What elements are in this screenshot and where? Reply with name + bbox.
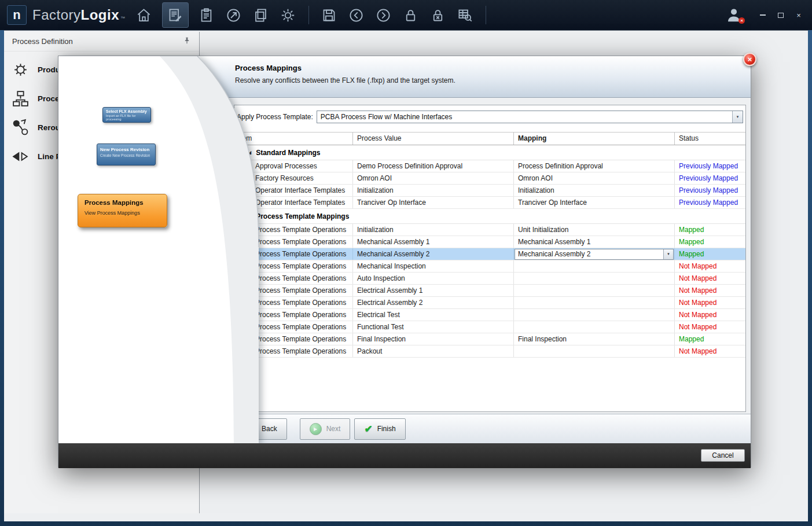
redo-forward-icon[interactable]: [374, 6, 393, 24]
brand-factory: Factory: [32, 7, 81, 23]
mapping-combobox-value: Mechanical Assembly 2: [518, 248, 590, 260]
navigate-icon[interactable]: [225, 6, 243, 24]
wizard-step-select-flx-assembly[interactable]: Select FLX Assembly Import an FLX file f…: [102, 107, 151, 123]
panel-header: Process Definition: [4, 32, 199, 52]
pin-icon[interactable]: [183, 36, 191, 46]
home-icon[interactable]: [135, 6, 153, 24]
row-mapping: Omron AOI: [514, 172, 675, 184]
table-row[interactable]: Process Template OperationsElectrical Te…: [234, 309, 745, 321]
table-row[interactable]: Process Template OperationsPackoutNot Ma…: [234, 345, 745, 358]
documents-icon[interactable]: [252, 6, 270, 24]
table-row[interactable]: Process Template OperationsInitializatio…: [234, 224, 745, 236]
next-arrow-icon: ▶: [310, 423, 322, 435]
combobox-value: PCBA Process Flow w/ Machine Interfaces: [317, 113, 452, 121]
table-row[interactable]: Process Template OperationsElectrical As…: [234, 297, 745, 309]
row-status: Previously Mapped: [675, 172, 745, 184]
column-header-value[interactable]: Process Value: [353, 133, 514, 145]
toolbar: [135, 2, 488, 28]
chevron-down-icon[interactable]: ▼: [732, 111, 743, 123]
trademark: ™: [120, 16, 126, 21]
minimize-button[interactable]: [759, 11, 767, 19]
row-mapping: Tranciver Op Interface: [514, 197, 675, 208]
app-logo: n: [7, 5, 27, 25]
table-row[interactable]: Process Template OperationsMechanical As…: [234, 248, 745, 260]
mappings-table: Item Process Value Mapping Status ◢Stand…: [234, 132, 745, 411]
maximize-button[interactable]: [777, 11, 785, 19]
step-title: Select FLX Assembly: [106, 109, 148, 113]
finish-button-label: Finish: [377, 425, 396, 433]
group-row[interactable]: ◢Standard Mappings: [234, 145, 745, 160]
step-subtitle: View Process Mappings: [84, 210, 160, 216]
next-button[interactable]: ▶ Next: [300, 418, 351, 440]
wizard-panel: Select FLX Assembly Import an FLX file f…: [58, 56, 259, 443]
table-row[interactable]: Process Template OperationsMechanical In…: [234, 260, 745, 273]
step-subtitle: Create New Process Revision: [100, 153, 152, 157]
dialog-subtitle: Resolve any conflicts between the FLX fi…: [235, 76, 455, 84]
dialog-close-icon[interactable]: ×: [743, 53, 756, 66]
row-mapping: [514, 345, 675, 357]
group-label: Process Template Mappings: [256, 212, 349, 220]
unlock-x-icon[interactable]: [429, 6, 447, 24]
row-mapping: [514, 297, 675, 308]
lock-icon[interactable]: [402, 6, 420, 24]
process-template-combobox[interactable]: PCBA Process Flow w/ Machine Interfaces …: [317, 111, 743, 123]
column-header-status[interactable]: Status: [675, 133, 745, 145]
row-status: Previously Mapped: [675, 197, 745, 208]
next-button-label: Next: [326, 425, 341, 433]
row-process-value: Initialization: [353, 185, 514, 196]
table-row[interactable]: Operator Interface TemplatesTranciver Op…: [234, 197, 745, 209]
row-process-value: Packout: [353, 345, 514, 357]
row-status: Mapped: [675, 224, 745, 236]
database-search-icon[interactable]: [456, 6, 475, 24]
group-label: Standard Mappings: [256, 149, 320, 157]
group-row[interactable]: ◢Process Template Mappings: [234, 209, 745, 224]
step-title: Process Mappings: [84, 199, 160, 206]
dialog-footer: Cancel: [58, 443, 751, 468]
row-status: Mapped: [675, 333, 745, 345]
logo-letter: n: [13, 8, 20, 23]
row-status: Not Mapped: [675, 309, 745, 321]
row-status: Not Mapped: [675, 260, 745, 272]
table-row[interactable]: Operator Interface TemplatesInitializati…: [234, 185, 745, 197]
row-process-value: Demo Process Definition Approval: [353, 160, 514, 172]
table-row[interactable]: Process Template OperationsAuto Inspecti…: [234, 273, 745, 285]
settings-gear-icon[interactable]: [279, 6, 297, 24]
row-mapping: Final Inspection: [514, 333, 675, 345]
wizard-step-process-mappings-active[interactable]: Process Mappings View Process Mappings: [78, 194, 167, 227]
row-process-value: Initialization: [353, 224, 514, 236]
clipboard-icon[interactable]: [197, 6, 216, 24]
mapping-combobox[interactable]: Mechanical Assembly 2▼: [515, 249, 674, 260]
wizard-swoosh: [58, 56, 259, 443]
cancel-button[interactable]: Cancel: [701, 449, 745, 462]
row-status: Not Mapped: [675, 321, 745, 333]
row-status: Not Mapped: [675, 345, 745, 357]
user-logout-icon[interactable]: ×: [725, 6, 743, 24]
close-button[interactable]: ×: [795, 11, 803, 19]
row-mapping: Unit Initialization: [514, 224, 675, 236]
column-header-mapping[interactable]: Mapping: [514, 133, 675, 145]
table-row[interactable]: Approval ProcessesDemo Process Definitio…: [234, 160, 745, 172]
row-mapping: Process Definition Approval: [514, 160, 675, 172]
table-row[interactable]: Process Template OperationsMechanical As…: [234, 236, 745, 248]
table-row[interactable]: Process Template OperationsElectrical As…: [234, 285, 745, 297]
check-icon: ✔: [364, 423, 372, 435]
table-row[interactable]: Process Template OperationsFunctional Te…: [234, 321, 745, 333]
window-controls: ×: [759, 11, 805, 19]
finish-button[interactable]: ✔ Finish: [354, 418, 405, 440]
table-row[interactable]: Process Template OperationsFinal Inspect…: [234, 333, 745, 345]
wizard-step-new-process-revision[interactable]: New Process Revision Create New Process …: [97, 144, 156, 165]
chevron-down-icon[interactable]: ▼: [663, 249, 673, 259]
row-process-value: Electrical Test: [353, 309, 514, 321]
row-status: Not Mapped: [675, 273, 745, 284]
save-icon[interactable]: [320, 6, 339, 24]
step-subtitle: Import an FLX file for processing: [106, 114, 148, 121]
panel-title: Process Definition: [12, 37, 73, 46]
row-process-value: Final Inspection: [353, 333, 514, 345]
line-process-icon: [11, 147, 30, 166]
row-process-value: Functional Test: [353, 321, 514, 333]
table-row[interactable]: Factory ResourcesOmron AOIOmron AOIPrevi…: [234, 172, 745, 185]
row-process-value: Mechanical Assembly 2: [353, 248, 514, 260]
apply-template-row: Apply Process Template: PCBA Process Flo…: [237, 109, 743, 124]
process-definition-icon[interactable]: [162, 2, 189, 28]
undo-back-icon[interactable]: [347, 6, 366, 24]
